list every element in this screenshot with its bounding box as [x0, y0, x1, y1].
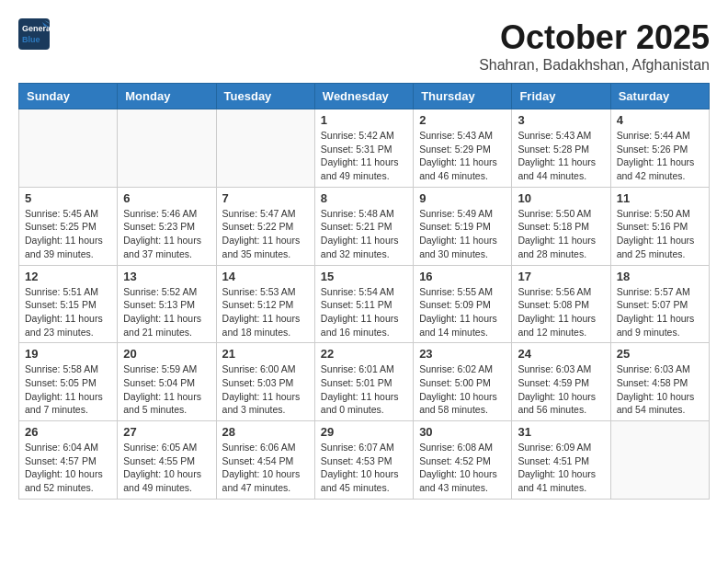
- day-info: Sunrise: 5:54 AM Sunset: 5:11 PM Dayligh…: [321, 285, 407, 339]
- day-info: Sunrise: 5:53 AM Sunset: 5:12 PM Dayligh…: [222, 285, 309, 339]
- table-row: 18Sunrise: 5:57 AM Sunset: 5:07 PM Dayli…: [610, 265, 709, 343]
- day-number: 27: [123, 425, 210, 439]
- day-info: Sunrise: 6:05 AM Sunset: 4:55 PM Dayligh…: [123, 441, 210, 495]
- day-info: Sunrise: 5:44 AM Sunset: 5:26 PM Dayligh…: [617, 129, 703, 183]
- day-info: Sunrise: 5:50 AM Sunset: 5:16 PM Dayligh…: [617, 207, 703, 261]
- day-number: 17: [518, 270, 604, 283]
- day-info: Sunrise: 5:56 AM Sunset: 5:08 PM Dayligh…: [518, 285, 604, 339]
- table-row: [19, 109, 118, 188]
- day-number: 20: [123, 347, 210, 361]
- calendar-week-row: 12Sunrise: 5:51 AM Sunset: 5:15 PM Dayli…: [19, 265, 710, 343]
- location-subtitle: Shahran, Badakhshan, Afghanistan: [479, 57, 710, 74]
- day-info: Sunrise: 6:03 AM Sunset: 4:59 PM Dayligh…: [518, 362, 604, 417]
- day-number: 6: [123, 191, 210, 205]
- table-row: 27Sunrise: 6:05 AM Sunset: 4:55 PM Dayli…: [118, 421, 216, 500]
- day-number: 18: [617, 270, 703, 283]
- day-info: Sunrise: 6:02 AM Sunset: 5:00 PM Dayligh…: [419, 362, 506, 417]
- calendar-header-row: Sunday Monday Tuesday Wednesday Thursday…: [19, 84, 710, 109]
- day-info: Sunrise: 5:46 AM Sunset: 5:23 PM Dayligh…: [123, 207, 210, 261]
- table-row: 1Sunrise: 5:42 AM Sunset: 5:31 PM Daylig…: [314, 109, 413, 188]
- day-number: 7: [222, 191, 309, 205]
- table-row: 22Sunrise: 6:01 AM Sunset: 5:01 PM Dayli…: [314, 343, 413, 421]
- day-number: 14: [222, 270, 309, 283]
- day-info: Sunrise: 5:49 AM Sunset: 5:19 PM Dayligh…: [419, 207, 506, 261]
- day-info: Sunrise: 5:43 AM Sunset: 5:29 PM Dayligh…: [419, 129, 506, 183]
- table-row: [118, 109, 216, 188]
- col-friday: Friday: [512, 84, 610, 109]
- table-row: 26Sunrise: 6:04 AM Sunset: 4:57 PM Dayli…: [19, 421, 118, 500]
- day-info: Sunrise: 5:45 AM Sunset: 5:25 PM Dayligh…: [25, 207, 111, 261]
- day-number: 3: [518, 113, 604, 127]
- day-number: 23: [419, 347, 506, 361]
- month-title: October 2025: [479, 18, 710, 57]
- table-row: 6Sunrise: 5:46 AM Sunset: 5:23 PM Daylig…: [118, 187, 216, 265]
- table-row: 28Sunrise: 6:06 AM Sunset: 4:54 PM Dayli…: [216, 421, 314, 500]
- day-info: Sunrise: 5:43 AM Sunset: 5:28 PM Dayligh…: [518, 129, 604, 183]
- day-number: 31: [518, 425, 604, 439]
- table-row: 25Sunrise: 6:03 AM Sunset: 4:58 PM Dayli…: [610, 343, 709, 421]
- table-row: 3Sunrise: 5:43 AM Sunset: 5:28 PM Daylig…: [512, 109, 610, 188]
- table-row: 19Sunrise: 5:58 AM Sunset: 5:05 PM Dayli…: [19, 343, 118, 421]
- day-number: 19: [25, 347, 111, 361]
- table-row: 8Sunrise: 5:48 AM Sunset: 5:21 PM Daylig…: [314, 187, 413, 265]
- table-row: 2Sunrise: 5:43 AM Sunset: 5:29 PM Daylig…: [414, 109, 512, 188]
- table-row: 11Sunrise: 5:50 AM Sunset: 5:16 PM Dayli…: [610, 187, 709, 265]
- day-number: 11: [617, 191, 703, 205]
- table-row: 14Sunrise: 5:53 AM Sunset: 5:12 PM Dayli…: [216, 265, 314, 343]
- day-info: Sunrise: 5:48 AM Sunset: 5:21 PM Dayligh…: [321, 207, 407, 261]
- calendar-week-row: 26Sunrise: 6:04 AM Sunset: 4:57 PM Dayli…: [19, 421, 710, 500]
- day-info: Sunrise: 5:59 AM Sunset: 5:04 PM Dayligh…: [123, 362, 210, 417]
- day-number: 22: [321, 347, 407, 361]
- day-info: Sunrise: 6:04 AM Sunset: 4:57 PM Dayligh…: [25, 441, 111, 495]
- col-saturday: Saturday: [610, 84, 709, 109]
- day-number: 16: [419, 270, 506, 283]
- calendar-week-row: 19Sunrise: 5:58 AM Sunset: 5:05 PM Dayli…: [19, 343, 710, 421]
- day-info: Sunrise: 5:51 AM Sunset: 5:15 PM Dayligh…: [25, 285, 111, 339]
- day-info: Sunrise: 6:06 AM Sunset: 4:54 PM Dayligh…: [222, 441, 309, 495]
- calendar-week-row: 5Sunrise: 5:45 AM Sunset: 5:25 PM Daylig…: [19, 187, 710, 265]
- table-row: 31Sunrise: 6:09 AM Sunset: 4:51 PM Dayli…: [512, 421, 610, 500]
- col-thursday: Thursday: [414, 84, 512, 109]
- col-tuesday: Tuesday: [216, 84, 314, 109]
- day-number: 10: [518, 191, 604, 205]
- logo: General Blue: [18, 18, 50, 50]
- day-info: Sunrise: 5:57 AM Sunset: 5:07 PM Dayligh…: [617, 285, 703, 339]
- col-wednesday: Wednesday: [314, 84, 413, 109]
- day-info: Sunrise: 5:55 AM Sunset: 5:09 PM Dayligh…: [419, 285, 506, 339]
- table-row: 7Sunrise: 5:47 AM Sunset: 5:22 PM Daylig…: [216, 187, 314, 265]
- col-sunday: Sunday: [19, 84, 118, 109]
- logo-icon: General Blue: [18, 18, 50, 50]
- table-row: 24Sunrise: 6:03 AM Sunset: 4:59 PM Dayli…: [512, 343, 610, 421]
- table-row: 20Sunrise: 5:59 AM Sunset: 5:04 PM Dayli…: [118, 343, 216, 421]
- day-info: Sunrise: 5:47 AM Sunset: 5:22 PM Dayligh…: [222, 207, 309, 261]
- day-number: 1: [321, 113, 407, 127]
- day-number: 15: [321, 270, 407, 283]
- day-number: 25: [617, 347, 703, 361]
- day-info: Sunrise: 5:52 AM Sunset: 5:13 PM Dayligh…: [123, 285, 210, 339]
- table-row: 4Sunrise: 5:44 AM Sunset: 5:26 PM Daylig…: [610, 109, 709, 188]
- table-row: 30Sunrise: 6:08 AM Sunset: 4:52 PM Dayli…: [414, 421, 512, 500]
- day-info: Sunrise: 6:07 AM Sunset: 4:53 PM Dayligh…: [321, 441, 407, 495]
- day-info: Sunrise: 6:01 AM Sunset: 5:01 PM Dayligh…: [321, 362, 407, 417]
- day-number: 4: [617, 113, 703, 127]
- day-number: 9: [419, 191, 506, 205]
- table-row: [610, 421, 709, 500]
- day-info: Sunrise: 6:00 AM Sunset: 5:03 PM Dayligh…: [222, 362, 309, 417]
- day-info: Sunrise: 6:08 AM Sunset: 4:52 PM Dayligh…: [419, 441, 506, 495]
- table-row: 13Sunrise: 5:52 AM Sunset: 5:13 PM Dayli…: [118, 265, 216, 343]
- day-info: Sunrise: 6:03 AM Sunset: 4:58 PM Dayligh…: [617, 362, 703, 417]
- day-number: 26: [25, 425, 111, 439]
- day-number: 2: [419, 113, 506, 127]
- table-row: 23Sunrise: 6:02 AM Sunset: 5:00 PM Dayli…: [414, 343, 512, 421]
- table-row: [216, 109, 314, 188]
- table-row: 17Sunrise: 5:56 AM Sunset: 5:08 PM Dayli…: [512, 265, 610, 343]
- day-number: 8: [321, 191, 407, 205]
- table-row: 21Sunrise: 6:00 AM Sunset: 5:03 PM Dayli…: [216, 343, 314, 421]
- day-number: 24: [518, 347, 604, 361]
- calendar-table: Sunday Monday Tuesday Wednesday Thursday…: [18, 83, 710, 500]
- day-info: Sunrise: 6:09 AM Sunset: 4:51 PM Dayligh…: [518, 441, 604, 495]
- day-number: 21: [222, 347, 309, 361]
- day-number: 30: [419, 425, 506, 439]
- title-block: October 2025 Shahran, Badakhshan, Afghan…: [479, 18, 710, 74]
- table-row: 12Sunrise: 5:51 AM Sunset: 5:15 PM Dayli…: [19, 265, 118, 343]
